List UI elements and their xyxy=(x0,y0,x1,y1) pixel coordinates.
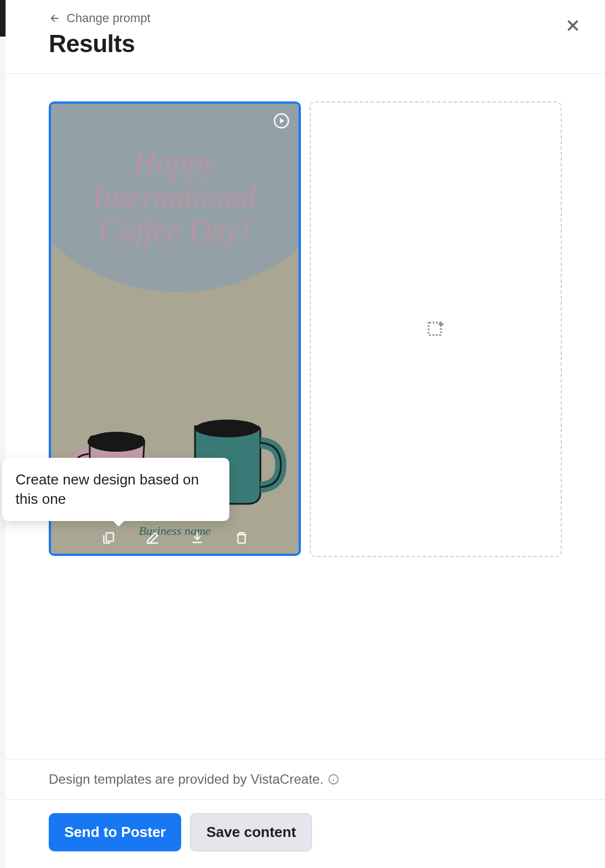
download-icon xyxy=(190,530,204,545)
results-content: Happy International Coffee Day! xyxy=(6,74,605,759)
save-content-button[interactable]: Save content xyxy=(190,813,312,851)
footer-info: Design templates are provided by VistaCr… xyxy=(6,759,605,800)
delete-button[interactable] xyxy=(233,529,250,546)
page-title: Results xyxy=(49,30,588,58)
play-badge xyxy=(273,113,290,129)
left-edge-strip xyxy=(0,0,6,37)
arrow-left-icon xyxy=(49,12,61,24)
duplicate-icon xyxy=(101,530,116,545)
duplicate-button[interactable] xyxy=(100,529,117,546)
card-actions-bar xyxy=(51,529,299,546)
trash-icon xyxy=(234,530,249,545)
results-modal: Change prompt Results Happy Internationa… xyxy=(6,0,605,868)
change-prompt-link[interactable]: Change prompt xyxy=(49,11,151,25)
close-icon xyxy=(563,16,582,35)
duplicate-tooltip: Create new design based on this one xyxy=(2,458,229,521)
tooltip-text: Create new design based on this one xyxy=(16,471,199,507)
play-icon xyxy=(273,113,290,129)
modal-header: Change prompt Results xyxy=(6,0,605,74)
close-button[interactable] xyxy=(562,14,584,37)
footer-actions: Send to Poster Save content xyxy=(6,800,605,868)
edit-button[interactable] xyxy=(145,529,161,546)
edit-icon xyxy=(146,530,160,545)
send-to-poster-button[interactable]: Send to Poster xyxy=(49,813,181,851)
info-icon[interactable] xyxy=(328,774,339,785)
add-design-icon xyxy=(426,319,446,339)
download-button[interactable] xyxy=(189,529,206,546)
svg-rect-3 xyxy=(106,533,113,541)
provider-text: Design templates are provided by VistaCr… xyxy=(49,772,324,787)
empty-design-slot[interactable] xyxy=(310,101,562,557)
back-label: Change prompt xyxy=(66,11,151,25)
